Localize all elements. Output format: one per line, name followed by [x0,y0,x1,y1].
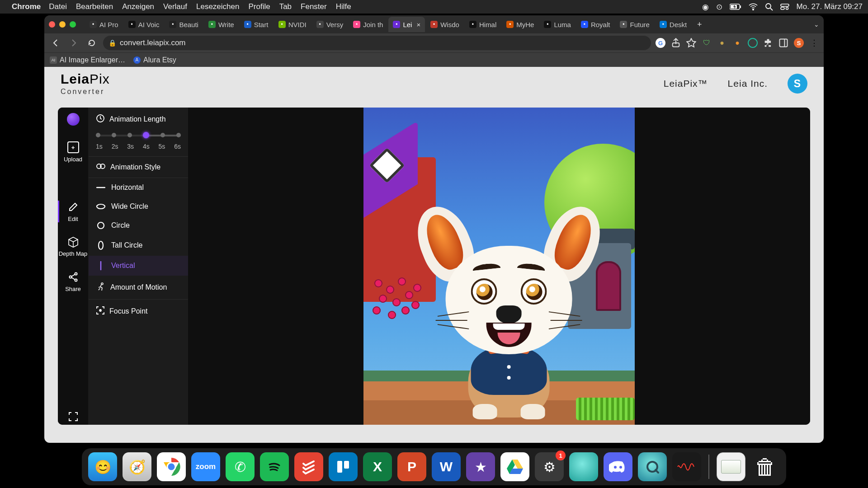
canvas[interactable] [188,108,810,425]
slider-tick[interactable] [112,133,116,137]
minimize-window-icon[interactable] [59,21,66,28]
dock-excel[interactable]: X [363,452,392,481]
dock-voice-memos[interactable] [672,452,701,481]
profile-avatar[interactable]: S [794,38,804,48]
stop-icon[interactable]: ⊙ [716,2,722,12]
style-option-wide-circle[interactable]: Wide Circle [89,197,188,216]
dock-zoom[interactable]: zoom [191,452,220,481]
tab-9[interactable]: •Wisdo [426,17,464,32]
menu-hilfe[interactable]: Hilfe [336,2,351,11]
tab-0[interactable]: •AI Pro [85,17,123,32]
menu-profile[interactable]: Profile [248,2,270,11]
back-button[interactable] [49,36,62,50]
slider-tick[interactable] [176,133,181,137]
kebab-menu-icon[interactable]: ⋮ [809,38,819,48]
dock-settings[interactable]: ⚙1 [535,452,564,481]
menu-verlauf[interactable]: Verlauf [163,2,187,11]
section-focus[interactable]: Focus Point [89,300,188,323]
slider-tick[interactable] [96,133,100,137]
sidepanel-icon[interactable] [778,38,788,48]
length-slider[interactable]: 1s2s3s4s5s6s [96,135,181,150]
wifi-icon[interactable] [749,3,758,10]
rail-depth-map[interactable]: Depth Map [58,233,88,260]
brand-orb-icon[interactable] [67,113,80,126]
style-option-circle[interactable]: Circle [89,216,188,235]
tab-4[interactable]: •Start [240,17,273,32]
tab-8[interactable]: •Lei× [388,17,425,32]
extensions-icon[interactable] [763,38,773,48]
tab-10[interactable]: •Himal [465,17,501,32]
tab-1[interactable]: •AI Voic [124,17,164,32]
tab-5[interactable]: •NVIDI [274,17,311,32]
reload-button[interactable] [85,36,99,50]
new-tab-button[interactable]: + [693,18,706,31]
slider-tick[interactable] [143,132,149,138]
tab-dropdown-icon[interactable]: ⌄ [814,21,819,28]
search-icon[interactable] [765,3,773,11]
dock-downloads[interactable] [717,452,745,481]
rail-share[interactable]: Share [58,268,88,295]
dock-discord[interactable] [604,452,632,481]
dock-quicktime[interactable] [638,452,667,481]
slider-tick[interactable] [160,133,165,137]
share-icon[interactable] [671,38,681,48]
menu-bearbeiten[interactable]: Bearbeiten [76,2,113,11]
bookmark-alura[interactable]: AAlura Etsy [133,56,176,64]
rail-upload[interactable]: + Upload [58,138,88,165]
record-icon[interactable]: ◉ [702,2,709,12]
dock-trash[interactable]: 🗑 [751,452,780,481]
nav-leiainc[interactable]: Leia Inc. [728,78,768,89]
menubar-app[interactable]: Chrome [12,2,41,11]
ext-shield-icon[interactable]: 🛡 [702,38,712,48]
tab-11[interactable]: •MyHe [502,17,538,32]
close-tab-icon[interactable]: × [416,21,420,28]
dock-trello[interactable] [329,452,358,481]
tab-14[interactable]: •Future [615,17,654,32]
menu-anzeigen[interactable]: Anzeigen [122,2,154,11]
style-option-tall-circle[interactable]: Tall Circle [89,235,188,256]
ext-teal-icon[interactable] [748,38,758,48]
tab-2[interactable]: •Beauti [165,17,203,32]
dock-chrome[interactable] [157,452,186,481]
tab-12[interactable]: •Luma [539,17,576,32]
logo[interactable]: LeiaPix Converter [61,71,110,96]
tab-7[interactable]: •Join th [349,17,387,32]
tab-3[interactable]: •Write [204,17,239,32]
user-avatar[interactable]: S [788,74,807,94]
gtranslate-icon[interactable]: G [656,38,665,48]
dock-finder[interactable]: 😊 [88,452,117,481]
tab-15[interactable]: •Deskt [655,17,691,32]
ext-orange-icon[interactable]: ● [732,38,742,48]
style-option-vertical[interactable]: Vertical [89,256,188,276]
menu-tab[interactable]: Tab [279,2,292,11]
battery-icon[interactable] [730,4,741,10]
dock-word[interactable]: W [432,452,461,481]
dock-drive[interactable] [500,452,529,481]
dock-todoist[interactable] [294,452,323,481]
slider-tick[interactable] [127,133,132,137]
dock-imovie[interactable]: ★ [466,452,495,481]
section-motion[interactable]: Amount of Motion [89,276,188,300]
forward-button[interactable] [67,36,80,50]
nav-leiapix[interactable]: LeiaPix™ [664,78,708,89]
menu-datei[interactable]: Datei [49,2,67,11]
close-window-icon[interactable] [49,21,55,28]
ext-circle-icon[interactable]: ● [717,38,727,48]
rail-fullscreen[interactable] [58,408,88,425]
rail-edit[interactable]: Edit [58,198,88,225]
control-center-icon[interactable] [780,4,789,10]
tab-13[interactable]: •Royalt [576,17,615,32]
star-icon[interactable] [686,38,696,48]
dock-powerpoint[interactable]: P [397,452,426,481]
style-option-horizontal[interactable]: Horizontal [89,178,188,197]
tab-6[interactable]: •Versy [312,17,348,32]
dock-teal-app[interactable] [569,452,598,481]
bookmark-ai-enlarger[interactable]: AIAI Image Enlarger… [50,56,125,64]
address-bar[interactable]: 🔒 convert.leiapix.com [103,36,651,50]
dock-spotify[interactable] [260,452,289,481]
maximize-window-icon[interactable] [70,21,76,28]
dock-whatsapp[interactable]: ✆ [226,452,255,481]
menu-lesezeichen[interactable]: Lesezeichen [196,2,239,11]
clock[interactable]: Mo. 27. März 09:27 [797,2,863,11]
dock-safari[interactable]: 🧭 [123,452,151,481]
